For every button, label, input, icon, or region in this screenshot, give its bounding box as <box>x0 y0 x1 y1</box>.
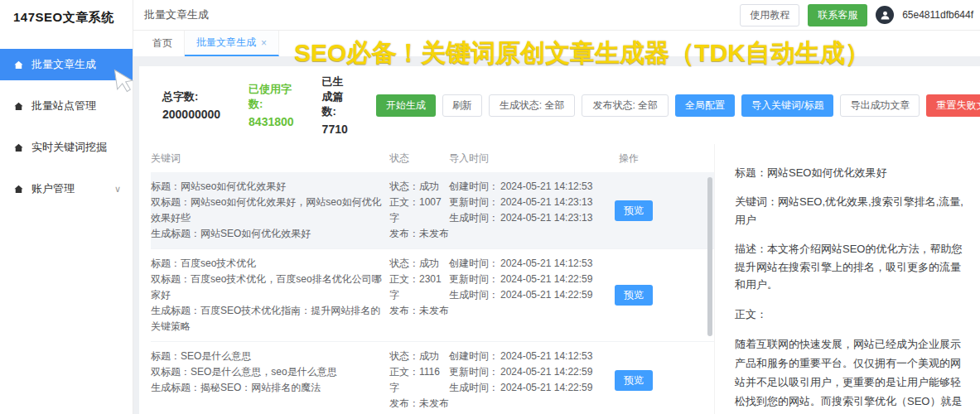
preview-description-text: 本文将介绍网站SEO的优化方法，帮助您提升网站在搜索引擎上的排名，吸引更多的流量… <box>735 243 962 291</box>
export-success-button[interactable]: 导出成功文章 <box>840 94 920 117</box>
table-row: 标题：SEO是什么意思 双标题：SEO是什么意思，seo是什么意思 生成标题：揭… <box>151 342 714 414</box>
table-row: 标题：百度seo技术优化 双标题：百度seo技术优化，百度seo排名优化公司哪家… <box>151 249 714 342</box>
home-icon <box>13 184 24 195</box>
tab-batch-article-label: 批量文章生成 <box>196 36 256 50</box>
app-window: 147SEO文章系统 批量文章生成 批量站点管理 实时关键词挖掘 账户管理 ∨ … <box>0 0 980 414</box>
avatar[interactable] <box>876 6 894 24</box>
sidebar-item-label: 批量文章生成 <box>31 57 96 72</box>
table-body: 标题：网站seo如何优化效果好 双标题：网站seo如何优化效果好，网站seo如何… <box>151 172 714 414</box>
column-header-import-time: 导入时间 <box>449 152 606 166</box>
table-row: 标题：网站seo如何优化效果好 双标题：网站seo如何优化效果好，网站seo如何… <box>151 172 714 249</box>
tab-home[interactable]: 首页 <box>141 31 185 56</box>
preview-button[interactable]: 预览 <box>615 370 653 391</box>
preview-description-label: 描述： <box>735 243 767 255</box>
global-config-button[interactable]: 全局配置 <box>675 94 735 117</box>
preview-body-label: 正文： <box>735 306 968 323</box>
contact-support-button[interactable]: 联系客服 <box>808 4 867 26</box>
stat-generated-label: 已生成篇数: <box>322 75 348 119</box>
stat-generated-value: 7710 <box>322 123 348 136</box>
preview-keywords-label: 关键词： <box>735 195 778 208</box>
content: 总字数: 200000000 已使用字数: 8431800 已生成篇数: 771… <box>133 56 980 414</box>
tab-home-label: 首页 <box>152 36 172 51</box>
stat-used-value: 8431800 <box>249 115 294 128</box>
cell-actions: 预览 <box>606 179 689 242</box>
main-area: 批量文章生成 使用教程 联系客服 65e4811dfb644f 首页 批量文章生… <box>133 0 980 414</box>
home-icon <box>13 101 24 112</box>
app-title: 147SEO文章系统 <box>0 0 133 26</box>
column-header-status: 状态 <box>389 152 449 166</box>
user-icon <box>880 10 891 21</box>
sidebar-item[interactable]: 实时关键词挖掘 <box>0 132 133 163</box>
stat-used-words: 已使用字数: 8431800 <box>249 82 294 128</box>
column-header-keyword: 关键词 <box>151 152 389 166</box>
cell-status: 状态：成功 正文：1007字 发布：未发布 <box>389 179 449 242</box>
stat-total-words: 总字数: 200000000 <box>162 89 220 121</box>
article-table: 关键词 状态 导入时间 操作 标题：网站seo如何优化效果好 双标题：网站seo… <box>139 144 714 414</box>
stat-used-label: 已使用字数: <box>249 82 294 112</box>
preview-title-label: 标题： <box>735 166 767 179</box>
promo-banner: SEO必备！关键词原创文章生成器（TDK自动生成） <box>294 36 870 70</box>
sidebar-item-label: 账户管理 <box>31 181 75 196</box>
breadcrumb: 批量文章生成 <box>144 7 209 22</box>
reset-failed-button[interactable]: 重置失败文章 <box>926 94 980 117</box>
home-icon <box>13 60 24 70</box>
mouse-cursor-icon <box>112 66 137 95</box>
user-id: 65e4811dfb644f <box>902 9 973 21</box>
table-scrollbar[interactable] <box>707 177 712 336</box>
cell-import-time: 创建时间：2024-05-21 14:12:53 更新时间：2024-05-21… <box>449 256 606 335</box>
publish-status-select[interactable]: 发布状态: 全部 <box>582 94 669 117</box>
topbar: 批量文章生成 使用教程 联系客服 65e4811dfb644f <box>133 0 980 31</box>
cell-status: 状态：成功 正文：1116字 发布：未发布 <box>389 349 449 412</box>
preview-body-text: 随着互联网的快速发展，网站已经成为企业展示产品和服务的重要平台。仅仅拥有一个美观… <box>735 335 968 414</box>
cell-keyword: 标题：SEO是什么意思 双标题：SEO是什么意思，seo是什么意思 生成标题：揭… <box>151 349 389 412</box>
sidebar-item-label: 实时关键词挖掘 <box>31 140 107 155</box>
preview-description-line: 描述：本文将介绍网站SEO的优化方法，帮助您提升网站在搜索引擎上的排名，吸引更多… <box>735 240 968 293</box>
content-card: 总字数: 200000000 已使用字数: 8431800 已生成篇数: 771… <box>139 66 980 414</box>
preview-button[interactable]: 预览 <box>615 200 653 221</box>
table-header: 关键词 状态 导入时间 操作 <box>151 144 714 172</box>
stat-total-label: 总字数: <box>162 89 220 104</box>
sidebar-item-label: 批量站点管理 <box>31 99 96 113</box>
cell-actions: 预览 <box>606 256 689 335</box>
sidebar-item[interactable]: 批量站点管理 <box>0 90 133 122</box>
preview-title-text: 网站SEO如何优化效果好 <box>767 166 886 179</box>
preview-keywords-line: 关键词：网站SEO,优化效果,搜索引擎排名,流量,用户 <box>735 193 968 229</box>
start-generate-button[interactable]: 开始生成 <box>376 94 436 117</box>
chevron-down-icon: ∨ <box>114 184 121 195</box>
cell-actions: 预览 <box>606 349 689 412</box>
content-split: 关键词 状态 导入时间 操作 标题：网站seo如何优化效果好 双标题：网站seo… <box>139 144 980 414</box>
article-preview-panel: 标题：网站SEO如何优化效果好 关键词：网站SEO,优化效果,搜索引擎排名,流量… <box>714 144 980 414</box>
cell-status: 状态：成功 正文：2301字 发布：未发布 <box>389 256 449 335</box>
refresh-button[interactable]: 刷新 <box>442 94 482 117</box>
home-icon <box>13 142 24 153</box>
cell-keyword: 标题：百度seo技术优化 双标题：百度seo技术优化，百度seo排名优化公司哪家… <box>151 256 389 335</box>
sidebar: 147SEO文章系统 批量文章生成 批量站点管理 实时关键词挖掘 账户管理 ∨ <box>0 0 133 414</box>
stat-total-value: 200000000 <box>162 108 220 121</box>
cell-import-time: 创建时间：2024-05-21 14:12:53 更新时间：2024-05-21… <box>449 179 606 242</box>
generate-status-select[interactable]: 生成状态: 全部 <box>489 94 576 117</box>
topbar-right: 使用教程 联系客服 65e4811dfb644f <box>740 4 973 26</box>
import-keywords-button[interactable]: 导入关键词/标题 <box>741 94 833 117</box>
preview-button[interactable]: 预览 <box>615 285 653 306</box>
stats-toolbar: 总字数: 200000000 已使用字数: 8431800 已生成篇数: 771… <box>139 66 980 144</box>
stat-generated-count: 已生成篇数: 7710 <box>322 75 348 136</box>
cell-keyword: 标题：网站seo如何优化效果好 双标题：网站seo如何优化效果好，网站seo如何… <box>151 179 389 242</box>
column-header-actions: 操作 <box>606 152 689 166</box>
close-icon[interactable]: × <box>261 37 267 49</box>
tab-batch-article[interactable]: 批量文章生成 × <box>185 31 279 56</box>
tutorial-button[interactable]: 使用教程 <box>740 4 799 26</box>
sidebar-item[interactable]: 账户管理 ∨ <box>0 173 133 205</box>
cell-import-time: 创建时间：2024-05-21 14:12:53 更新时间：2024-05-21… <box>449 349 606 412</box>
preview-title-line: 标题：网站SEO如何优化效果好 <box>735 164 968 181</box>
